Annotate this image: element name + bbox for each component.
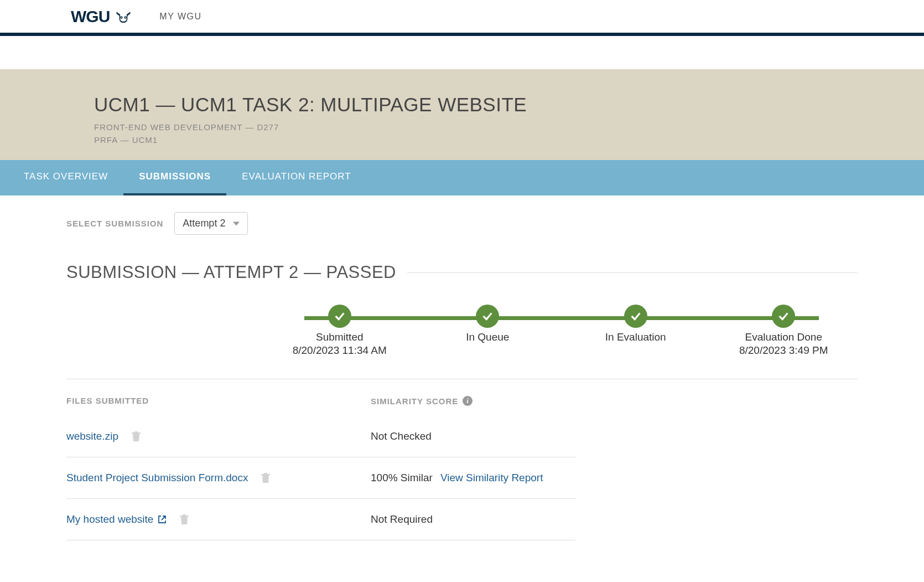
svg-point-2 [121, 17, 122, 18]
similarity-score-header: SIMILARITY SCORE [371, 396, 458, 406]
step-circle [476, 305, 499, 328]
page-header: UCM1 — UCM1 TASK 2: MULTIPAGE WEBSITE FR… [0, 69, 924, 160]
content: SELECT SUBMISSION Attempt 2 SUBMISSION —… [0, 195, 924, 563]
heading-divider [407, 272, 858, 273]
similarity-header-cell: SIMILARITY SCORE i [371, 396, 575, 406]
file-row: website.zip Not Checked [66, 416, 575, 457]
files-section: FILES SUBMITTED SIMILARITY SCORE i websi… [66, 396, 575, 540]
tab-task-overview[interactable]: TASK OVERVIEW [8, 160, 123, 195]
step-in-queue: In Queue [414, 305, 562, 357]
file-link[interactable]: My hosted website [66, 513, 167, 526]
similarity-cell: Not Required [371, 513, 575, 526]
similarity-value: Not Checked [371, 430, 432, 442]
file-link-text: My hosted website [66, 513, 153, 526]
logo-text: WGU [71, 7, 110, 26]
step-date: 8/20/2023 3:49 PM [739, 344, 828, 357]
similarity-cell: 100% Similar View Similarity Report [371, 472, 575, 484]
file-name-cell: website.zip [66, 430, 371, 442]
trash-icon[interactable] [132, 431, 141, 441]
file-link[interactable]: website.zip [66, 430, 118, 442]
owl-icon [115, 11, 132, 23]
check-icon [334, 310, 346, 322]
submission-heading: SUBMISSION — ATTEMPT 2 — PASSED [66, 262, 407, 282]
similarity-cell: Not Checked [371, 430, 575, 442]
info-icon[interactable]: i [463, 396, 473, 406]
trash-icon[interactable] [180, 514, 189, 524]
similarity-value: Not Required [371, 513, 433, 526]
step-in-evaluation: In Evaluation [562, 305, 710, 357]
select-submission-row: SELECT SUBMISSION Attempt 2 [66, 212, 858, 235]
select-submission-label: SELECT SUBMISSION [66, 219, 163, 228]
similarity-value: 100% Similar [371, 472, 433, 484]
step-date: 8/20/2023 11:34 AM [293, 344, 387, 357]
step-evaluation-done: Evaluation Done 8/20/2023 3:49 PM [710, 305, 858, 357]
trash-icon[interactable] [261, 473, 270, 483]
step-label: Evaluation Done [745, 331, 822, 343]
page-subtitle-course: FRONT-END WEB DEVELOPMENT — D277 [94, 122, 830, 132]
file-name-cell: My hosted website [66, 513, 371, 526]
select-submission-dropdown[interactable]: Attempt 2 [174, 212, 248, 235]
page-title: UCM1 — UCM1 TASK 2: MULTIPAGE WEBSITE [94, 94, 830, 116]
files-header-row: FILES SUBMITTED SIMILARITY SCORE i [66, 396, 575, 406]
file-row: Student Project Submission Form.docx 100… [66, 457, 575, 499]
files-submitted-header: FILES SUBMITTED [66, 396, 371, 406]
file-row: My hosted website Not Required [66, 499, 575, 540]
step-label: In Queue [466, 331, 509, 343]
view-similarity-report-link[interactable]: View Similarity Report [440, 472, 543, 484]
step-label: Submitted [316, 331, 364, 343]
progress-container: Submitted 8/20/2023 11:34 AM In Queue In… [66, 305, 858, 379]
external-link-icon [158, 515, 167, 524]
progress-steps: Submitted 8/20/2023 11:34 AM In Queue In… [266, 305, 858, 357]
my-wgu-link[interactable]: MY WGU [159, 12, 201, 22]
step-circle [328, 305, 351, 328]
step-label: In Evaluation [605, 331, 666, 343]
top-nav: WGU MY WGU [0, 0, 924, 36]
step-submitted: Submitted 8/20/2023 11:34 AM [266, 305, 414, 357]
submission-heading-row: SUBMISSION — ATTEMPT 2 — PASSED [66, 262, 858, 282]
logo[interactable]: WGU [71, 7, 132, 26]
file-name-cell: Student Project Submission Form.docx [66, 472, 371, 484]
tab-evaluation-report[interactable]: EVALUATION REPORT [226, 160, 366, 195]
file-link[interactable]: Student Project Submission Form.docx [66, 472, 248, 484]
page-subtitle-code: PRFA — UCM1 [94, 135, 830, 145]
step-circle [624, 305, 647, 328]
svg-point-3 [125, 17, 126, 18]
check-icon [630, 310, 642, 322]
tab-bar: TASK OVERVIEW SUBMISSIONS EVALUATION REP… [0, 160, 924, 195]
check-icon [481, 310, 494, 322]
check-icon [777, 310, 790, 322]
step-circle [772, 305, 795, 328]
tab-submissions[interactable]: SUBMISSIONS [123, 160, 226, 195]
